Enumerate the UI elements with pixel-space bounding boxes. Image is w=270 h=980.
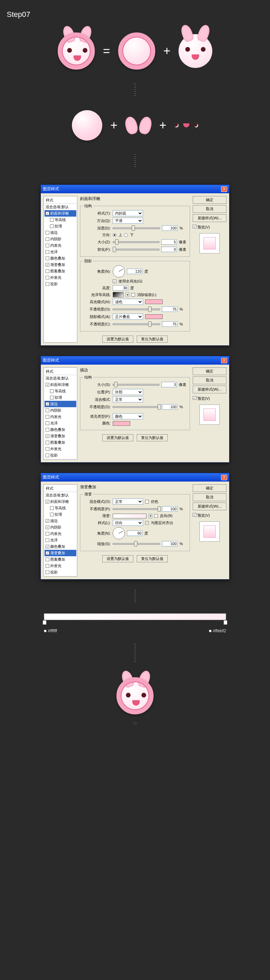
- gradient-stop-left[interactable]: [43, 620, 47, 625]
- stroke-opacity-slider[interactable]: [113, 404, 160, 410]
- stroke-size-slider[interactable]: [113, 382, 159, 388]
- sidebar-item-drop-shadow[interactable]: 投影: [44, 452, 76, 458]
- sidebar-item-pattern-overlay[interactable]: 图案叠加: [44, 439, 76, 446]
- checkbox-icon[interactable]: ✓: [46, 212, 49, 215]
- cancel-button[interactable]: 取消: [193, 377, 226, 384]
- sidebar-item-bevel[interactable]: ✓斜面和浮雕: [44, 382, 76, 388]
- checkbox-icon[interactable]: [50, 224, 54, 228]
- dropdown-icon[interactable]: ▾: [148, 514, 152, 519]
- grad-angle-dial[interactable]: [113, 527, 125, 539]
- depth-input[interactable]: [162, 225, 177, 231]
- checkbox-icon[interactable]: ✓: [46, 545, 49, 549]
- sidebar-item-outer-glow[interactable]: 外发光: [44, 446, 76, 452]
- grad-angle-input[interactable]: [127, 531, 142, 536]
- shadow-opacity-slider[interactable]: [113, 321, 160, 327]
- checkbox-icon[interactable]: ✓: [46, 551, 49, 555]
- checkbox-icon[interactable]: ✓: [46, 500, 49, 504]
- close-button[interactable]: X: [221, 475, 227, 480]
- checkbox-icon[interactable]: [46, 441, 49, 444]
- size-input[interactable]: [161, 239, 177, 245]
- shadow-color-swatch[interactable]: [145, 314, 163, 319]
- align-checkbox[interactable]: ✓: [145, 521, 149, 525]
- make-default-button[interactable]: 设置为默认值: [102, 555, 133, 562]
- preview-checkbox[interactable]: ✓: [193, 225, 196, 228]
- dir-up-radio[interactable]: [113, 233, 117, 237]
- checkbox-icon[interactable]: [50, 506, 54, 510]
- close-button[interactable]: X: [221, 186, 227, 192]
- ok-button[interactable]: 确定: [193, 368, 226, 375]
- checkbox-icon[interactable]: [46, 237, 49, 241]
- cancel-button[interactable]: 取消: [193, 493, 226, 501]
- preview-checkbox[interactable]: ✓: [193, 396, 196, 400]
- new-style-button[interactable]: 新建样式(W)...: [193, 386, 226, 393]
- checkbox-icon[interactable]: [46, 243, 49, 247]
- size-slider[interactable]: [113, 239, 159, 245]
- sidebar-item-satin[interactable]: 光泽: [44, 420, 76, 426]
- checkbox-icon[interactable]: [50, 389, 54, 393]
- sidebar-item-drop-shadow[interactable]: 投影: [44, 569, 76, 576]
- titlebar[interactable]: 图层样式X: [41, 356, 229, 364]
- checkbox-icon[interactable]: ✓: [46, 519, 49, 523]
- checkbox-icon[interactable]: ✓: [46, 263, 49, 267]
- checkbox-icon[interactable]: [46, 570, 49, 574]
- new-style-button[interactable]: 新建样式(W)...: [193, 503, 226, 510]
- sidebar-item-inner-glow[interactable]: 内发光: [44, 414, 76, 420]
- grad-blend-select[interactable]: 正常: [113, 498, 143, 504]
- checkbox-icon[interactable]: [46, 532, 49, 536]
- checkbox-icon[interactable]: [46, 428, 49, 431]
- sidebar-item-pattern-overlay[interactable]: 图案叠加: [44, 268, 76, 274]
- grad-opacity-slider[interactable]: [113, 506, 160, 512]
- angle-input[interactable]: [127, 269, 142, 274]
- checkbox-icon[interactable]: [46, 538, 49, 542]
- sidebar-item-stroke[interactable]: 描边: [44, 229, 76, 236]
- checkbox-icon[interactable]: [46, 250, 49, 254]
- checkbox-icon[interactable]: [50, 513, 54, 516]
- reset-default-button[interactable]: 复位为默认值: [137, 434, 168, 441]
- grad-opacity-input[interactable]: [162, 506, 177, 512]
- sidebar-item-satin[interactable]: 光泽: [44, 537, 76, 543]
- checkbox-icon[interactable]: [46, 558, 49, 561]
- sidebar-item-color-overlay[interactable]: 颜色叠加: [44, 426, 76, 433]
- depth-slider[interactable]: [113, 225, 160, 231]
- checkbox-icon[interactable]: [46, 256, 49, 260]
- make-default-button[interactable]: 设置为默认值: [102, 336, 133, 343]
- gradient-swatch[interactable]: [113, 514, 147, 519]
- cancel-button[interactable]: 取消: [193, 205, 226, 213]
- sidebar-item-contour[interactable]: 等高线: [44, 388, 76, 395]
- gradient-stop-right[interactable]: [223, 620, 227, 625]
- checkbox-icon[interactable]: [46, 269, 49, 273]
- gradient-editor-bar[interactable]: [44, 613, 226, 620]
- sidebar-item-gradient-overlay[interactable]: ✓渐变叠加: [44, 433, 76, 439]
- sidebar-item-inner-shadow[interactable]: ✓内阴影: [44, 524, 76, 531]
- shadow-opacity-input[interactable]: [162, 321, 177, 327]
- antialias-checkbox[interactable]: [131, 293, 135, 297]
- sidebar-blend-options[interactable]: 混合选项:默认: [44, 492, 76, 498]
- gloss-contour-picker[interactable]: [113, 292, 123, 298]
- close-button[interactable]: X: [221, 358, 227, 363]
- stroke-color-swatch[interactable]: [113, 421, 130, 426]
- checkbox-icon[interactable]: [46, 422, 49, 425]
- titlebar[interactable]: 图层样式X: [41, 473, 229, 482]
- sidebar-blend-options[interactable]: 混合选项:默认: [44, 375, 76, 382]
- checkbox-icon[interactable]: [50, 396, 54, 399]
- checkbox-icon[interactable]: [46, 409, 49, 412]
- shadow-mode-select[interactable]: 正片叠底: [113, 313, 143, 320]
- sidebar-item-pattern-overlay[interactable]: 图案叠加: [44, 556, 76, 563]
- highlight-mode-select[interactable]: 滤色: [113, 299, 143, 305]
- stroke-opacity-input[interactable]: [162, 404, 177, 410]
- sidebar-item-stroke[interactable]: ✓描边: [44, 518, 76, 524]
- soften-input[interactable]: [161, 247, 177, 252]
- stroke-size-input[interactable]: [161, 382, 177, 387]
- sidebar-item-satin[interactable]: 光泽: [44, 249, 76, 255]
- sidebar-item-inner-shadow[interactable]: 内阴影: [44, 407, 76, 414]
- fill-type-select[interactable]: 颜色: [113, 413, 143, 419]
- stroke-position-select[interactable]: 外部: [113, 389, 143, 395]
- global-light-checkbox[interactable]: ✓: [113, 280, 117, 283]
- reset-default-button[interactable]: 复位为默认值: [137, 555, 168, 562]
- sidebar-item-color-overlay[interactable]: 颜色叠加: [44, 255, 76, 262]
- checkbox-icon[interactable]: ✓: [46, 383, 49, 387]
- sidebar-item-bevel[interactable]: ✓斜面和浮雕: [44, 210, 76, 216]
- style-select[interactable]: 内斜面: [113, 210, 143, 216]
- sidebar-item-inner-shadow[interactable]: 内阴影: [44, 236, 76, 242]
- checkbox-icon[interactable]: [46, 231, 49, 234]
